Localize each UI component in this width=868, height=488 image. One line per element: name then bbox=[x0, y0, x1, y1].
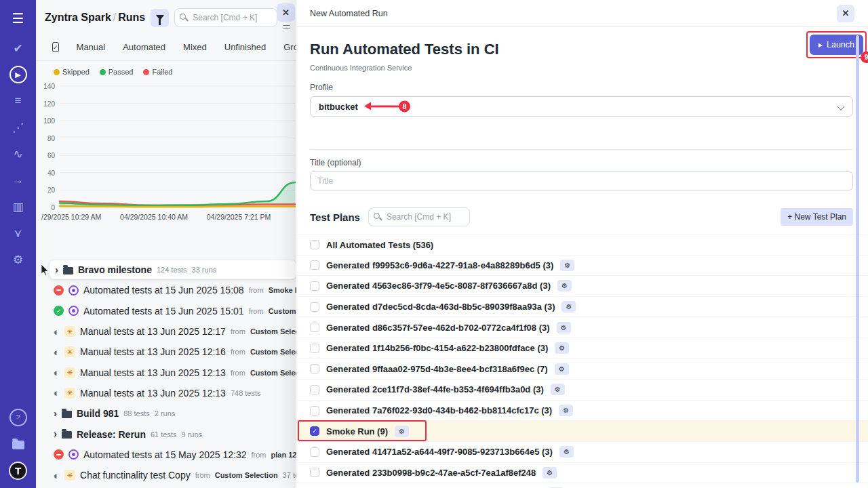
plan-settings-button[interactable]: ⚙ bbox=[557, 322, 571, 333]
plan-checkbox[interactable] bbox=[310, 240, 319, 249]
runs-search-input[interactable] bbox=[174, 8, 277, 27]
projects-folder-icon[interactable] bbox=[9, 435, 27, 453]
plan-settings-button[interactable]: ⚙ bbox=[560, 260, 574, 271]
plan-label: Generated 2ce11f7d-38ef-44fe-b353-4f694f… bbox=[326, 384, 544, 394]
scrollbar[interactable] bbox=[856, 35, 859, 483]
play-icon: ▶ bbox=[818, 42, 823, 48]
tab-groups[interactable]: Groups bbox=[283, 42, 296, 52]
from-label: from bbox=[231, 369, 245, 377]
from-label: from bbox=[249, 286, 264, 294]
close-icon: ✕ bbox=[842, 9, 850, 18]
plan-settings-button[interactable]: ⚙ bbox=[542, 467, 557, 479]
profile-select[interactable]: bitbucket 8 bbox=[310, 96, 853, 117]
legend-item-skipped: Skipped bbox=[54, 68, 90, 76]
new-test-plan-button[interactable]: + New Test Plan bbox=[781, 208, 853, 226]
plan-settings-button[interactable]: ⚙ bbox=[561, 301, 576, 312]
plan-checkbox[interactable] bbox=[310, 302, 319, 312]
test-plan-row[interactable]: Generated 9ffaaa02-975d-4b3e-8ee4-bcf318… bbox=[296, 359, 868, 380]
tab-automated[interactable]: Automated bbox=[123, 42, 165, 52]
folder-row[interactable]: ›Release: Rerun61 tests9 runs bbox=[36, 424, 296, 444]
test-plan-row[interactable]: Generated f99953c6-9d6a-4227-91a8-e4a882… bbox=[296, 256, 868, 277]
folder-title: Bravo milestone bbox=[78, 264, 152, 275]
legend-item-passed: Passed bbox=[100, 68, 134, 76]
run-row[interactable]: ◐✳Chat functinality test CopyfromCustom … bbox=[36, 465, 296, 485]
run-row[interactable]: ◐✳Manual tests at 13 Jun 2025 12:13748 t… bbox=[36, 383, 296, 403]
plan-checkbox[interactable] bbox=[310, 364, 319, 373]
folder-row[interactable]: ›Bravo milestone124 tests33 runs bbox=[36, 260, 296, 280]
run-row[interactable]: ✓Automated tests at 15 Jun 2025 15:01fro… bbox=[36, 301, 296, 321]
settings-icon[interactable]: ⚙ bbox=[9, 251, 27, 268]
plan-checkbox[interactable] bbox=[310, 385, 319, 394]
test-plans-title: Test Plans bbox=[310, 211, 360, 223]
select-runs-icon[interactable]: ✓ bbox=[52, 42, 59, 52]
y-tick-label: 0 bbox=[36, 204, 55, 211]
test-plans-search-input[interactable] bbox=[368, 207, 470, 226]
suites-icon[interactable]: ≡ bbox=[9, 92, 27, 110]
test-plan-row[interactable]: Generated 1f14b256-f0bc-4154-a622-b23800… bbox=[296, 338, 868, 359]
plan-checkbox[interactable] bbox=[310, 260, 319, 270]
runs-icon[interactable]: ▶ bbox=[9, 66, 27, 83]
legend-label: Skipped bbox=[62, 68, 90, 76]
title-input[interactable] bbox=[310, 171, 853, 190]
plan-settings-button[interactable]: ⚙ bbox=[555, 363, 569, 375]
folder-icon bbox=[63, 267, 73, 274]
test-plan-row[interactable]: Generated 2ce11f7d-38ef-44fe-b353-4f694f… bbox=[296, 380, 868, 401]
plan-checkbox[interactable] bbox=[310, 406, 319, 415]
logo-t[interactable]: T bbox=[9, 462, 27, 480]
run-title: Automated tests at 15 Jun 2025 15:01 bbox=[83, 306, 244, 317]
menu-icon[interactable]: ☰ bbox=[9, 9, 27, 27]
plan-settings-button[interactable]: ⚙ bbox=[559, 446, 574, 458]
plan-settings-button[interactable]: ⚙ bbox=[557, 280, 572, 291]
import-icon[interactable]: → bbox=[9, 171, 27, 189]
plan-checkbox[interactable] bbox=[310, 323, 319, 332]
search-icon bbox=[374, 213, 380, 219]
chevron-right-icon[interactable]: › bbox=[55, 264, 58, 274]
plan-checkbox[interactable] bbox=[310, 344, 319, 353]
tab-mixed[interactable]: Mixed bbox=[183, 42, 207, 52]
run-row[interactable]: Automated tests at 15 May 2025 12:32from… bbox=[36, 445, 296, 465]
test-plan-row[interactable]: Generated a4d690b7-8889-4ae1-92aa-0c3001… bbox=[296, 483, 868, 488]
run-row[interactable]: ◐✳Manual tests at 13 Jun 2025 12:16fromC… bbox=[36, 342, 296, 362]
plan-settings-button[interactable]: ⚙ bbox=[559, 405, 573, 416]
test-plan-row[interactable]: Generated d86c357f-57ee-462d-b702-0772ca… bbox=[296, 317, 868, 338]
chevron-right-icon[interactable]: › bbox=[54, 408, 57, 418]
filter-button[interactable] bbox=[151, 9, 169, 27]
pulse-icon[interactable]: ∿ bbox=[9, 145, 27, 163]
run-row[interactable]: ◐✳Manual tests at 13 Jun 2025 12:13fromC… bbox=[36, 362, 296, 382]
plan-checkbox[interactable] bbox=[310, 281, 319, 291]
branches-icon[interactable]: ⋎ bbox=[9, 224, 27, 242]
plan-checkbox[interactable]: ✓ bbox=[310, 426, 319, 436]
run-title: Automated tests at 15 May 2025 12:32 bbox=[83, 449, 247, 460]
annotation-badge-9: 9 bbox=[861, 52, 868, 63]
plan-settings-button[interactable]: ⚙ bbox=[555, 342, 569, 354]
test-plan-row[interactable]: All Automated Tests (536) bbox=[296, 235, 868, 256]
chevron-right-icon[interactable]: › bbox=[54, 428, 57, 439]
chevron-down-icon bbox=[837, 102, 844, 110]
help-icon[interactable]: ? bbox=[9, 409, 27, 426]
plan-checkbox[interactable] bbox=[310, 447, 319, 457]
plan-checkbox[interactable] bbox=[310, 468, 319, 477]
folder-row-card[interactable]: ›Bravo milestone124 tests33 runs bbox=[50, 260, 296, 279]
run-row[interactable]: Automated tests at 15 Jun 2025 15:08from… bbox=[36, 280, 296, 300]
runs-panel-close-button[interactable]: ✕ bbox=[277, 3, 295, 22]
steps-icon[interactable]: ⋰ bbox=[9, 119, 27, 136]
page-title: Run Automated Tests in CI bbox=[310, 41, 853, 58]
tests-icon[interactable]: ✔ bbox=[9, 39, 27, 57]
breadcrumb-project[interactable]: Zyntra Spark bbox=[45, 12, 111, 23]
test-plan-row[interactable]: Generated 233b0998-b9c2-47ae-a5cf-7ea1af… bbox=[296, 463, 868, 484]
y-tick-label: 20 bbox=[36, 186, 55, 194]
test-plan-row[interactable]: Generated 41471a52-a644-49f7-9085-923713… bbox=[296, 442, 868, 463]
tab-manual[interactable]: Manual bbox=[77, 42, 106, 52]
tab-unfinished[interactable]: Unfinished bbox=[224, 42, 266, 52]
test-plan-row[interactable]: ✓Smoke Run (9)⚙ bbox=[296, 421, 868, 442]
test-plan-row[interactable]: Generated 4563ec86-3f79-4e5c-8087-8f7636… bbox=[296, 276, 868, 297]
test-plan-row[interactable]: Generated 7a76f022-93d0-434b-b462-bb8114… bbox=[296, 401, 868, 422]
plan-settings-button[interactable]: ⚙ bbox=[551, 384, 565, 395]
folder-row[interactable]: ›Build 98188 tests2 runs bbox=[36, 403, 296, 424]
test-plan-row[interactable]: Generated d7dec5cd-8cda-463d-8b5c-89039f… bbox=[296, 297, 868, 318]
runs-chart: 140120100806040200/29/2025 10:29 AM04/29… bbox=[36, 77, 296, 225]
run-row[interactable]: ◐✳Manual tests at 13 Jun 2025 12:17fromC… bbox=[36, 321, 296, 342]
analytics-icon[interactable]: ▥ bbox=[9, 198, 27, 216]
panel-close-button[interactable]: ✕ bbox=[837, 5, 854, 22]
plan-settings-button[interactable]: ⚙ bbox=[395, 426, 409, 437]
